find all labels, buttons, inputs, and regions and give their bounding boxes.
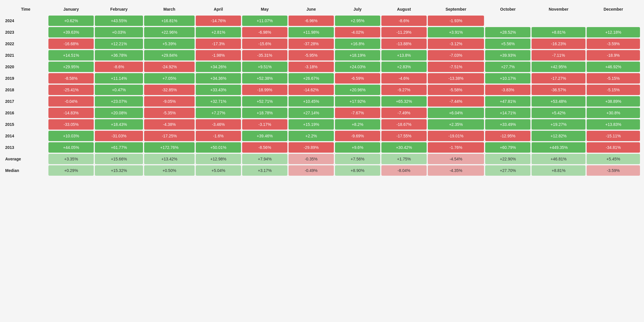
cell-value: +3.91% (428, 27, 484, 37)
year-label: 2013 (4, 142, 47, 153)
cell-value: +11.98% (289, 27, 334, 37)
cell-value: -7.49% (381, 108, 427, 118)
median-cell: -0.49% (289, 165, 334, 176)
average-row: Average+3.35%+15.66%+13.42%+12.98%+7.94%… (4, 154, 640, 164)
cell-value: +7.27% (196, 108, 241, 118)
cell-value: -9.05% (144, 96, 195, 107)
cell-value: +30.8% (587, 108, 640, 118)
cell-value: +18.43% (95, 119, 143, 130)
cell-value: -18.67% (381, 119, 427, 130)
cell-value: -17.27% (532, 73, 585, 84)
performance-table: TimeJanuaryFebruaryMarchAprilMayJuneJuly… (3, 3, 641, 177)
cell-value: +24.03% (335, 62, 380, 72)
year-label: 2023 (4, 27, 47, 37)
cell-value: -3.17% (242, 119, 287, 130)
cell-value: -25.41% (48, 85, 94, 95)
month-header-october: October (485, 4, 530, 14)
cell-value: -3.12% (428, 39, 484, 49)
cell-value: +2.95% (335, 16, 380, 26)
average-cell: -0.35% (289, 154, 334, 164)
cell-value: +27.7% (485, 62, 530, 72)
month-header-april: April (196, 4, 241, 14)
cell-value: +8.81% (532, 27, 585, 37)
cell-value: -17.25% (144, 131, 195, 141)
median-cell: +8.81% (532, 165, 585, 176)
cell-value: -13.38% (428, 73, 484, 84)
cell-value: +33.43% (196, 85, 241, 95)
cell-value: +12.21% (95, 39, 143, 49)
cell-value: -13.88% (381, 39, 427, 49)
cell-value: -3.18% (289, 62, 334, 72)
cell-value: +30.42% (381, 142, 427, 153)
year-label: 2022 (4, 39, 47, 49)
cell-value: +39.63% (48, 27, 94, 37)
year-label: 2016 (4, 108, 47, 118)
average-cell: +13.42% (144, 154, 195, 164)
cell-value: +14.71% (485, 108, 530, 118)
cell-value: -9.69% (335, 131, 380, 141)
cell-value: +18.19% (335, 50, 380, 60)
cell-value: +10.03% (48, 131, 94, 141)
cell-value: +44.05% (48, 142, 94, 153)
cell-value: +32.71% (196, 96, 241, 107)
cell-value: -7.67% (335, 108, 380, 118)
cell-value: +47.81% (485, 96, 530, 107)
cell-value: -3.83% (485, 85, 530, 95)
cell-value: -18.99% (242, 85, 287, 95)
cell-value: +52.38% (242, 73, 287, 84)
table-row: 2020+29.95%-8.6%-24.92%+34.26%+9.51%-3.1… (4, 62, 640, 72)
average-cell: +5.45% (587, 154, 640, 164)
cell-value: -5.35% (144, 108, 195, 118)
year-label: 2019 (4, 73, 47, 84)
cell-value: -32.85% (144, 85, 195, 95)
table-row: 2022-16.68%+12.21%+5.39%-17.3%-15.6%-37.… (4, 39, 640, 49)
cell-value: +42.95% (532, 62, 585, 72)
median-cell: +8.90% (335, 165, 380, 176)
cell-value: -31.03% (95, 131, 143, 141)
cell-value: +52.71% (242, 96, 287, 107)
median-cell: -3.59% (587, 165, 640, 176)
time-header: Time (4, 4, 47, 14)
cell-value: -17.55% (381, 131, 427, 141)
cell-value: +0.47% (95, 85, 143, 95)
cell-value: +2.2% (289, 131, 334, 141)
cell-value: -19.01% (428, 131, 484, 141)
cell-value: -14.76% (196, 16, 241, 26)
cell-value: -4.6% (381, 73, 427, 84)
cell-value: +26.67% (289, 73, 334, 84)
cell-value: +27.14% (289, 108, 334, 118)
cell-value: +20.96% (335, 85, 380, 95)
median-label: Median (4, 165, 47, 176)
month-header-december: December (587, 4, 640, 14)
cell-value: +23.07% (95, 96, 143, 107)
cell-value: +6.04% (428, 108, 484, 118)
cell-value: +10.17% (485, 73, 530, 84)
cell-value: -17.3% (196, 39, 241, 49)
average-cell: +3.35% (48, 154, 94, 164)
cell-value (532, 16, 585, 26)
cell-value: -24.92% (144, 62, 195, 72)
table-row: 2019-8.58%+11.14%+7.05%+34.36%+52.38%+26… (4, 73, 640, 84)
cell-value: +29.95% (48, 62, 94, 72)
cell-value: -8.6% (95, 62, 143, 72)
cell-value: -1.6% (196, 131, 241, 141)
cell-value: +39.46% (242, 131, 287, 141)
cell-value: -3.46% (196, 119, 241, 130)
cell-value: -9.27% (381, 85, 427, 95)
table-row: 2014+10.03%-31.03%-17.25%-1.6%+39.46%+2.… (4, 131, 640, 141)
cell-value: -36.57% (532, 85, 585, 95)
cell-value: +22.96% (144, 27, 195, 37)
cell-value: -33.05% (48, 119, 94, 130)
cell-value: -5.58% (428, 85, 484, 95)
cell-value (485, 16, 530, 26)
cell-value: +34.36% (196, 73, 241, 84)
cell-value: +13.8% (381, 50, 427, 60)
cell-value: +60.79% (485, 142, 530, 153)
year-label: 2018 (4, 85, 47, 95)
cell-value: +12.18% (587, 27, 640, 37)
year-label: 2020 (4, 62, 47, 72)
average-cell: +22.90% (485, 154, 530, 164)
median-row: Median+0.29%+15.32%+0.50%+5.04%+3.17%-0.… (4, 165, 640, 176)
table-row: 2024+0.62%+43.55%+16.81%-14.76%+11.07%-6… (4, 16, 640, 26)
cell-value: +8.2% (335, 119, 380, 130)
